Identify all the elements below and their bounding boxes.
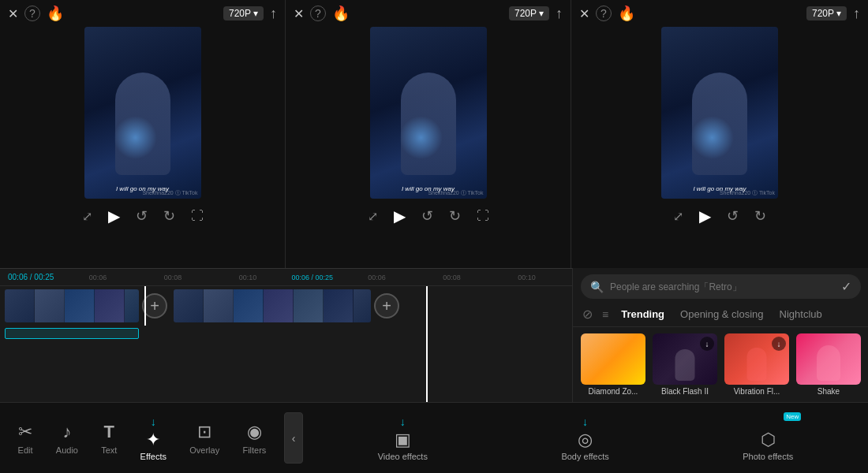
timeline-track-1: + + bbox=[0, 286, 572, 326]
effects-grid: Diamond Zo... ↓ Black Flash II ↓ Vi bbox=[573, 327, 868, 402]
panel1-help-btn[interactable]: ? bbox=[24, 6, 40, 21]
effects-tabs: ⊘ ≡ Trending Opening & closing Nightclub bbox=[573, 302, 868, 327]
panel3-video-preview: I will go on my way Shekhna220 ⓣ TikTok bbox=[661, 27, 778, 199]
new-badge-photo: New bbox=[784, 412, 801, 421]
panel2-fullscreen-btn[interactable]: ⤢ bbox=[368, 209, 378, 224]
effect-download-black-flash[interactable]: ↓ bbox=[700, 337, 714, 351]
text-icon: T bbox=[104, 422, 114, 442]
tab-list-icon[interactable]: ≡ bbox=[597, 305, 613, 324]
panel3-controls: ⤢ ▶ ↺ ↻ bbox=[673, 199, 766, 229]
panel1-topbar: ✕ ? 🔥 720P ▾ ↑ bbox=[0, 0, 285, 27]
toolbar-item-edit[interactable]: ✂ Edit bbox=[12, 417, 39, 460]
panel1-fullscreen-btn[interactable]: ⤢ bbox=[82, 209, 92, 224]
filters-label: Filters bbox=[242, 445, 266, 455]
photo-effects-label: Photo effects bbox=[743, 452, 793, 461]
panel2-undo-btn[interactable]: ↺ bbox=[421, 207, 433, 225]
panel2-close-btn[interactable]: ✕ bbox=[294, 6, 304, 21]
toolbar-item-photo-effects[interactable]: New . ⬡ Photo effects bbox=[735, 412, 801, 464]
photo-effects-icon: ⬡ bbox=[761, 430, 776, 450]
edit-icon: ✂ bbox=[18, 422, 32, 442]
toolbar-left-section: ✂ Edit ♪ Audio T Text ↓ ✦ Effects ⊡ Over… bbox=[0, 403, 284, 473]
toolbar-right-section: ↓ ▣ Video effects ↓ ◎ Body effects New .… bbox=[303, 403, 868, 473]
body-effects-label: Body effects bbox=[561, 452, 608, 461]
edit-label: Edit bbox=[18, 445, 33, 455]
toolbar-item-video-effects[interactable]: ↓ ▣ Video effects bbox=[370, 412, 436, 464]
toolbar-item-text[interactable]: T Text bbox=[95, 417, 123, 460]
track2-selection bbox=[5, 328, 139, 339]
panel2-fullscreen2-btn[interactable]: ⛶ bbox=[477, 209, 489, 223]
timeline-ruler: 00:06 / 00:25 00:06 00:08 00:10 00:06 / … bbox=[0, 269, 572, 286]
toolbar-item-body-effects[interactable]: ↓ ◎ Body effects bbox=[553, 412, 616, 464]
panel3-resolution-badge[interactable]: 720P ▾ bbox=[806, 6, 847, 20]
panel2-video-preview: I will go on my way Shekhna220 ⓣ TikTok bbox=[370, 27, 487, 199]
timeline-track-2 bbox=[0, 326, 572, 341]
toolbar-item-overlay[interactable]: ⊡ Overlay bbox=[183, 417, 226, 460]
toolbar-item-filters[interactable]: ◉ Filters bbox=[236, 417, 272, 460]
panel3-upload-btn[interactable]: ↑ bbox=[853, 6, 860, 22]
panel2-play-btn[interactable]: ▶ bbox=[394, 207, 406, 225]
panel1-undo-btn[interactable]: ↺ bbox=[136, 207, 148, 225]
video-panel-2: ✕ ? 🔥 720P ▾ ↑ I will go on my way bbox=[286, 0, 571, 268]
panel3-fire-icon: 🔥 bbox=[618, 5, 635, 22]
filters-icon: ◉ bbox=[247, 422, 262, 442]
panel1-watermark: Shekhna220 ⓣ TikTok bbox=[142, 189, 197, 197]
panel2-redo-btn[interactable]: ↻ bbox=[449, 207, 461, 225]
panel1-play-btn[interactable]: ▶ bbox=[108, 207, 120, 225]
playhead-1 bbox=[144, 286, 146, 326]
panel3-topbar: ✕ ? 🔥 720P ▾ ↑ bbox=[571, 0, 868, 27]
panel2-upload-btn[interactable]: ↑ bbox=[556, 6, 563, 22]
effect-item-black-flash-2[interactable]: ↓ Black Flash II bbox=[651, 332, 719, 397]
audio-icon: ♪ bbox=[62, 422, 71, 442]
toolbar-item-audio[interactable]: ♪ Audio bbox=[50, 417, 84, 460]
effect-label-black-flash-2: Black Flash II bbox=[661, 387, 709, 396]
tab-block-icon[interactable]: ⊘ bbox=[578, 304, 597, 325]
overlay-icon: ⊡ bbox=[197, 422, 211, 442]
effect-label-shake: Shake bbox=[817, 387, 840, 396]
video-effects-arrow: ↓ bbox=[400, 415, 406, 428]
panel2-help-btn[interactable]: ? bbox=[310, 6, 326, 21]
toolbar-item-effects[interactable]: ↓ ✦ Effects bbox=[134, 412, 173, 464]
audio-label: Audio bbox=[56, 445, 78, 455]
panel1-fire-icon: 🔥 bbox=[47, 5, 64, 22]
search-confirm-icon[interactable]: ✓ bbox=[841, 279, 851, 294]
text-label: Text bbox=[101, 445, 117, 455]
tab-opening[interactable]: Opening & closing bbox=[672, 304, 772, 324]
panel3-undo-btn[interactable]: ↺ bbox=[727, 207, 739, 225]
search-icon: 🔍 bbox=[590, 281, 604, 293]
panel2-fire-icon: 🔥 bbox=[332, 5, 350, 22]
panel3-fullscreen-btn[interactable]: ⤢ bbox=[673, 209, 683, 224]
panel3-close-btn[interactable]: ✕ bbox=[579, 6, 589, 21]
playhead-2 bbox=[426, 286, 428, 402]
panel1-resolution-badge[interactable]: 720P ▾ bbox=[223, 6, 264, 20]
body-effects-icon: ◎ bbox=[578, 430, 593, 450]
panel1-fullscreen2-btn[interactable]: ⛶ bbox=[191, 209, 204, 223]
panel3-help-btn[interactable]: ? bbox=[596, 6, 612, 21]
panel2-resolution-badge[interactable]: 720P ▾ bbox=[509, 6, 549, 20]
bottom-toolbar: ✂ Edit ♪ Audio T Text ↓ ✦ Effects ⊡ Over… bbox=[0, 402, 868, 473]
track1-clip[interactable] bbox=[5, 289, 139, 322]
panel1-close-btn[interactable]: ✕ bbox=[8, 6, 18, 21]
tab-trending[interactable]: Trending bbox=[613, 304, 672, 324]
collapse-btn[interactable]: ‹ bbox=[284, 412, 303, 464]
effects-arrow-indicator: ↓ bbox=[151, 415, 156, 428]
panel2-chevron-icon: ▾ bbox=[539, 8, 544, 19]
tab-nightclub[interactable]: Nightclub bbox=[772, 304, 830, 324]
effects-search-container: 🔍 ✓ bbox=[573, 268, 868, 302]
effect-download-vibration[interactable]: ↓ bbox=[772, 337, 786, 351]
timeline-area: 00:06 / 00:25 00:06 00:08 00:10 00:06 / … bbox=[0, 268, 572, 402]
panel3-play-btn[interactable]: ▶ bbox=[699, 207, 711, 225]
effect-item-vibration[interactable]: ↓ Vibration Fl... bbox=[723, 332, 791, 397]
panel3-chevron-icon: ▾ bbox=[836, 8, 841, 19]
effect-item-diamond-zoom[interactable]: Diamond Zo... bbox=[579, 332, 647, 397]
panel1-chevron-icon: ▾ bbox=[253, 8, 258, 19]
panel1-redo-btn[interactable]: ↻ bbox=[163, 207, 175, 225]
effect-label-diamond-zoom: Diamond Zo... bbox=[589, 387, 638, 396]
track1-clip2[interactable] bbox=[174, 289, 371, 322]
panel1-upload-btn[interactable]: ↑ bbox=[270, 6, 277, 22]
track1-add-btn2[interactable]: + bbox=[374, 293, 399, 318]
effect-label-vibration: Vibration Fl... bbox=[734, 387, 780, 396]
effects-search-input[interactable] bbox=[610, 281, 835, 292]
panel3-redo-btn[interactable]: ↻ bbox=[754, 207, 766, 225]
effect-item-shake[interactable]: Shake bbox=[795, 332, 862, 397]
video-effects-label: Video effects bbox=[378, 452, 428, 461]
